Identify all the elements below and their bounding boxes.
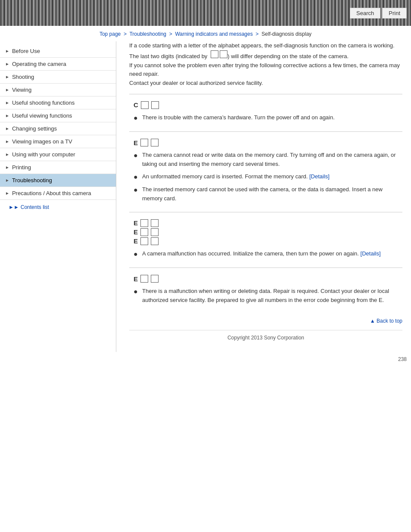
code-e2-letter2: E: [134, 228, 138, 236]
print-button[interactable]: Print: [382, 8, 407, 19]
search-button[interactable]: Search: [350, 8, 380, 19]
intro-paragraph-1: If a code starting with a letter of the …: [129, 41, 402, 61]
code-e1-box2: [151, 139, 159, 146]
section-e1-bullets: ● The camera cannot read or write data o…: [129, 151, 402, 203]
details-link-e1-2[interactable]: [Details]: [309, 173, 330, 180]
back-to-top: ▲ Back to top: [129, 314, 402, 326]
sidebar-item-useful-viewing[interactable]: ► Useful viewing functions: [0, 109, 116, 122]
code-e2-r2-box1: [140, 228, 148, 236]
intro-text-after: ) will differ depending on the state of …: [227, 53, 349, 59]
sidebar: ► Before Use ► Operating the camera ► Sh…: [0, 41, 116, 352]
section-e3: E ● There is a malfunction when writing …: [129, 268, 402, 314]
bullet-text-e1-3: The inserted memory card cannot be used …: [142, 185, 402, 203]
bullet-dot-e2-1: ●: [134, 249, 140, 259]
arrow-icon-before-use: ►: [5, 49, 9, 53]
code-c-letter: C: [134, 101, 138, 109]
sidebar-label-shooting: Shooting: [12, 74, 34, 80]
bullet-dot-e1-3: ●: [134, 185, 140, 195]
sidebar-label-useful-shooting: Useful shooting functions: [12, 100, 75, 106]
bullet-text-e2-1: A camera malfunction has occurred. Initi…: [142, 249, 381, 258]
sidebar-item-precautions[interactable]: ► Precautions / About this camera: [0, 187, 116, 200]
code-e3-display: E: [129, 275, 402, 283]
breadcrumb-troubleshooting[interactable]: Troubleshooting: [129, 31, 166, 37]
sidebar-label-viewing: Viewing: [12, 87, 31, 93]
bullet-dot-c-1: ●: [134, 113, 140, 123]
breadcrumb-warning-indicators[interactable]: Warning indicators and messages: [175, 31, 252, 37]
contents-list-link[interactable]: ►► Contents list: [0, 200, 116, 213]
sidebar-item-before-use[interactable]: ► Before Use: [0, 45, 116, 58]
section-e2: E E E ● A camera malfuncti: [129, 212, 402, 268]
breadcrumb: Top page > Troubleshooting > Warning ind…: [0, 26, 411, 41]
details-link-e2-1[interactable]: [Details]: [361, 250, 381, 257]
code-e2-r1-box2: [151, 219, 159, 227]
bullet-e2-1: ● A camera malfunction has occurred. Ini…: [134, 249, 402, 259]
arrow-icon-printing: ►: [5, 165, 9, 170]
code-e3-letter: E: [134, 275, 138, 283]
sidebar-item-operating-camera[interactable]: ► Operating the camera: [0, 58, 116, 71]
code-e2-r3-box2: [151, 237, 159, 245]
sidebar-label-printing: Printing: [12, 164, 31, 171]
breadcrumb-current: Self-diagnosis display: [262, 31, 311, 37]
sidebar-label-precautions: Precautions / About this camera: [12, 190, 91, 196]
sidebar-item-viewing-tv[interactable]: ► Viewing images on a TV: [0, 135, 116, 148]
bullet-e3-1: ● There is a malfunction when writing or…: [134, 287, 402, 305]
bullet-text-c-1: There is trouble with the camera’s hardw…: [142, 113, 335, 122]
sidebar-item-useful-shooting[interactable]: ► Useful shooting functions: [0, 96, 116, 109]
sidebar-label-troubleshooting: Troubleshooting: [12, 177, 52, 184]
sidebar-item-using-computer[interactable]: ► Using with your computer: [0, 148, 116, 161]
bullet-c-1: ● There is trouble with the camera’s har…: [134, 113, 402, 123]
placeholder-box-1: [211, 50, 218, 58]
sidebar-item-printing[interactable]: ► Printing: [0, 161, 116, 174]
bullet-dot-e1-1: ●: [134, 151, 140, 160]
contents-list-arrow-icon: ►►: [9, 204, 19, 210]
arrow-icon-using-computer: ►: [5, 152, 9, 157]
code-e2-row2: E: [134, 228, 402, 236]
header-buttons: Search Print: [350, 8, 407, 19]
arrow-icon-viewing: ►: [5, 87, 9, 92]
arrow-icon-useful-shooting: ►: [5, 100, 9, 105]
back-to-top-link[interactable]: ▲ Back to top: [370, 318, 402, 324]
bullet-e1-1: ● The camera cannot read or write data o…: [134, 151, 402, 169]
sidebar-label-viewing-tv: Viewing images on a TV: [12, 138, 72, 145]
sidebar-item-changing-settings[interactable]: ► Changing settings: [0, 122, 116, 135]
section-e2-bullets: ● A camera malfunction has occurred. Ini…: [129, 249, 402, 259]
sidebar-label-using-computer: Using with your computer: [12, 151, 75, 158]
sidebar-label-operating-camera: Operating the camera: [12, 61, 66, 67]
bullet-text-e3-1: There is a malfunction when writing or d…: [142, 287, 402, 305]
bullet-e1-2: ● An unformatted memory card is inserted…: [134, 172, 402, 182]
copyright: Copyright 2013 Sony Corporation: [129, 330, 402, 343]
arrow-icon-operating-camera: ►: [5, 62, 9, 66]
intro-paragraph-3: Contact your dealer or local authorized …: [129, 79, 402, 88]
sidebar-item-shooting[interactable]: ► Shooting: [0, 71, 116, 84]
sidebar-item-viewing[interactable]: ► Viewing: [0, 84, 116, 96]
page-number: 238: [0, 352, 411, 362]
intro-text-block: If a code starting with a letter of the …: [129, 41, 402, 88]
bullet-dot-e1-2: ●: [134, 172, 140, 182]
code-e2-letter3: E: [134, 237, 138, 245]
arrow-icon-shooting: ►: [5, 75, 9, 79]
code-e2-row1: E: [134, 219, 402, 227]
code-c-box1: [141, 101, 149, 109]
section-e1: E ● The camera cannot read or write data…: [129, 131, 402, 212]
sidebar-item-troubleshooting[interactable]: ► Troubleshooting: [0, 174, 116, 187]
code-c-box2: [151, 101, 159, 109]
breadcrumb-top-page[interactable]: Top page: [100, 31, 121, 37]
page-layout: ► Before Use ► Operating the camera ► Sh…: [0, 41, 411, 352]
section-c: C ● There is trouble with the camera’s h…: [129, 94, 402, 131]
sidebar-label-before-use: Before Use: [12, 48, 40, 54]
header: Search Print: [0, 0, 411, 26]
arrow-icon-changing-settings: ►: [5, 126, 9, 131]
code-e3-box2: [151, 275, 159, 283]
arrow-icon-viewing-tv: ►: [5, 139, 9, 144]
arrow-icon-precautions: ►: [5, 191, 9, 196]
code-e1-letter: E: [134, 139, 138, 146]
code-e2-letter1: E: [134, 219, 138, 227]
section-e3-bullets: ● There is a malfunction when writing or…: [129, 287, 402, 305]
bullet-text-e1-2: An unformatted memory card is inserted. …: [142, 172, 330, 181]
code-e1-display: E: [129, 139, 402, 146]
code-e2-row3: E: [134, 237, 402, 245]
bullet-dot-e3-1: ●: [134, 287, 140, 296]
bullet-text-e1-1: The camera cannot read or write data on …: [142, 151, 402, 169]
main-content: If a code starting with a letter of the …: [116, 41, 411, 352]
arrow-icon-useful-viewing: ►: [5, 113, 9, 118]
